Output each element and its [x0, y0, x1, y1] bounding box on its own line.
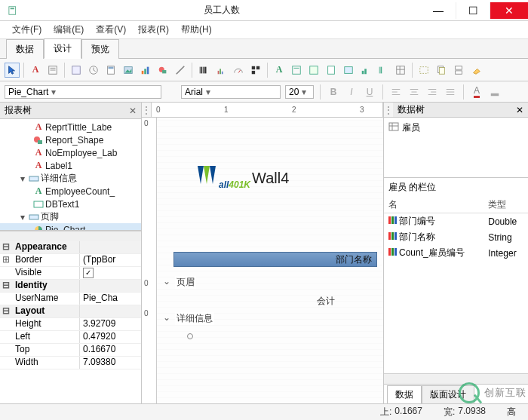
right-tab-data[interactable]: 数据 [387, 385, 422, 403]
svg-rect-61 [29, 176, 38, 181]
region-tool-icon[interactable] [416, 63, 431, 78]
eraser-tool-icon[interactable] [468, 63, 483, 78]
svg-rect-19 [203, 66, 204, 73]
svg-rect-27 [252, 70, 255, 73]
svg-rect-36 [381, 66, 382, 73]
menu-view[interactable]: 查看(V) [91, 22, 130, 38]
richtext-tool-icon[interactable] [69, 63, 84, 78]
maximize-button[interactable]: ☐ [456, 2, 490, 19]
svg-rect-32 [345, 66, 353, 73]
dbrich-tool-icon[interactable] [306, 63, 321, 78]
align-right-button[interactable] [425, 85, 439, 99]
report-tree[interactable]: AReprtTittle_Labe Report_Shape ANoEmploy… [0, 119, 141, 230]
font-size-combo[interactable]: 20▾ [285, 85, 314, 99]
svg-rect-22 [219, 69, 221, 74]
font-family-combo[interactable]: Arial▾ [181, 85, 281, 99]
h-scrollbar[interactable] [0, 231, 141, 241]
section-collapse-icon[interactable]: ⌄ [163, 276, 170, 287]
svg-rect-17 [200, 66, 201, 73]
tab-preview[interactable]: 预览 [81, 39, 119, 59]
section-collapse-icon[interactable]: ⌄ [163, 312, 170, 323]
svg-rect-30 [310, 66, 318, 74]
menu-help[interactable]: 帮助(H) [177, 22, 216, 38]
fill-color-button[interactable] [488, 85, 502, 99]
minimize-button[interactable]: — [421, 2, 456, 19]
band-icon [29, 173, 39, 184]
memo-tool-icon[interactable] [45, 63, 60, 78]
horizontal-ruler[interactable]: 0 1 2 3 [151, 103, 383, 117]
plus-icon[interactable]: ⊞ [0, 254, 12, 266]
dbmemo-tool-icon[interactable] [289, 63, 304, 78]
field-icon [388, 248, 399, 256]
minus-icon[interactable]: ⊟ [0, 241, 12, 253]
svg-line-24 [238, 70, 241, 73]
bold-button[interactable]: B [327, 85, 340, 99]
svg-rect-58 [491, 93, 499, 96]
design-canvas[interactable]: all401K Wall4 部门名称 ⌄ 页眉 会计 ⌄ 详细信息 [157, 118, 383, 403]
property-grid[interactable]: ⊟Appearance ⊞Border(TppBor Visible✓ ⊟Ide… [0, 241, 141, 403]
label-tool-icon[interactable]: A [28, 63, 43, 78]
section-detail-label: 详细信息 [175, 312, 214, 325]
variable-tool-icon[interactable] [86, 63, 101, 78]
ruler-grip-icon[interactable]: ⋮ [142, 103, 151, 117]
tab-data[interactable]: 数据 [6, 39, 44, 59]
dbtext-tool-icon[interactable]: A [272, 63, 287, 78]
crosstab-tool-icon[interactable] [393, 63, 408, 78]
field-preview-text[interactable]: 会计 [317, 295, 335, 308]
svg-rect-12 [144, 69, 146, 74]
watermark-logo-icon [459, 382, 480, 403]
fields-caption: 雇员 的栏位 [384, 178, 528, 197]
checkbox-checked[interactable]: ✓ [83, 268, 94, 278]
tab-design[interactable]: 设计 [44, 38, 81, 59]
tree-item-selected[interactable]: Pie_Chart [0, 223, 141, 230]
chart-tool-icon[interactable] [138, 63, 153, 78]
barcode-tool-icon[interactable] [196, 63, 211, 78]
close-button[interactable]: ✕ [490, 2, 528, 19]
menu-file[interactable]: 文件(F) [8, 22, 46, 38]
line-tool-icon[interactable] [173, 63, 188, 78]
minus-icon[interactable]: ⊟ [0, 280, 12, 292]
menu-report[interactable]: 报表(R) [134, 22, 173, 38]
data-tree[interactable]: 雇员 [384, 118, 528, 137]
label-icon: A [33, 122, 44, 133]
dbchart-tool-icon[interactable] [358, 63, 373, 78]
sparkline-tool-icon[interactable] [213, 63, 229, 78]
selection-handle[interactable] [187, 333, 193, 339]
vertical-ruler[interactable]: 0 0 0 [142, 118, 157, 403]
tree-expander-icon[interactable]: ▾ [18, 212, 27, 222]
subreport-tool-icon[interactable] [434, 63, 449, 78]
shape-tool-icon[interactable] [155, 63, 170, 78]
field-row: 部门名称String [384, 229, 528, 245]
object-name-combo[interactable]: Pie_Chart▾ [5, 85, 161, 99]
pagebreak-tool-icon[interactable] [451, 63, 466, 78]
report-logo[interactable]: all401K Wall4 [198, 161, 289, 195]
align-left-button[interactable] [389, 85, 403, 99]
dbcalc-tool-icon[interactable] [324, 63, 339, 78]
svg-rect-68 [389, 123, 398, 130]
underline-button[interactable]: U [363, 85, 376, 99]
pointer-tool-icon[interactable] [5, 63, 20, 78]
align-justify-button[interactable] [444, 85, 457, 99]
tree-expander-icon[interactable]: ▾ [18, 173, 27, 184]
ruler-grip-icon[interactable]: ⋮ [384, 103, 393, 117]
fields-table[interactable]: 名类型 部门编号Double 部门名称String Count_雇员编号Inte… [384, 197, 528, 261]
qrcode-tool-icon[interactable] [248, 63, 263, 78]
gauge-tool-icon[interactable] [231, 63, 246, 78]
svg-rect-26 [256, 66, 259, 69]
svg-rect-20 [204, 66, 207, 73]
object-toolbar: A A [0, 59, 528, 81]
panel-close-icon[interactable]: ✕ [516, 105, 523, 115]
column-header-bar[interactable]: 部门名称 [173, 252, 377, 267]
menu-edit[interactable]: 编辑(E) [49, 22, 88, 38]
dbimage-tool-icon[interactable] [341, 63, 356, 78]
align-center-button[interactable] [407, 85, 421, 99]
image-tool-icon[interactable] [121, 63, 136, 78]
italic-button[interactable]: I [345, 85, 358, 99]
panel-close-icon[interactable]: ✕ [129, 106, 137, 116]
font-color-button[interactable]: A [470, 85, 483, 99]
field-icon [388, 232, 399, 240]
minus-icon[interactable]: ⊟ [0, 305, 12, 317]
dbbarcode-tool-icon[interactable] [376, 63, 391, 78]
calc-tool-icon[interactable] [103, 63, 118, 78]
watermark: 创新互联 [459, 382, 526, 403]
